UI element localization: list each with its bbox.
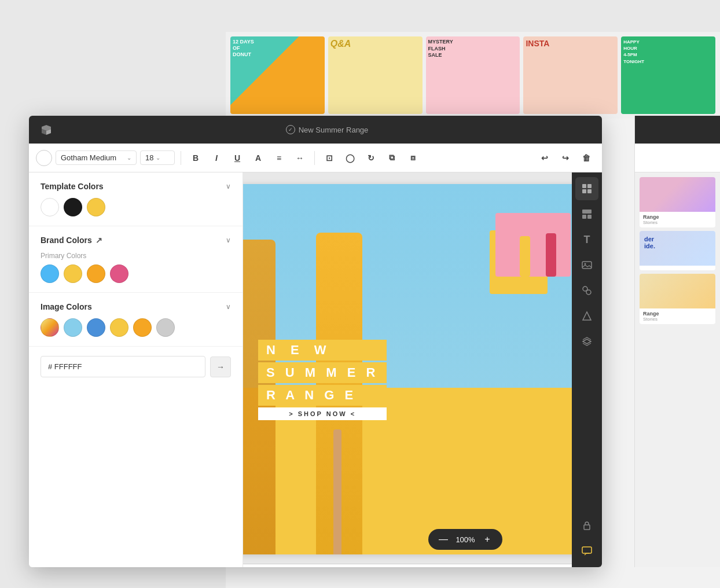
separator-1 [181,151,181,165]
swatch-white[interactable] [41,198,59,216]
thumb-insta[interactable]: INSTA [523,36,618,114]
font-name-display: Gotham Medium [61,153,116,162]
thumb-qa[interactable]: Q&A [328,36,423,114]
separator-2 [314,151,315,165]
design-canvas[interactable]: N E W S U M M E R R A N G E > SHOP NOW < [243,184,572,554]
swatch-yellow[interactable] [87,198,105,216]
panel-item-3-sub: Stories [643,317,712,322]
rs-media-button[interactable] [575,253,598,277]
color-input-area: → [29,347,243,387]
panel-item-2-thumb: deride. [640,231,715,266]
undo-button[interactable]: ↩ [536,149,553,167]
canvas-area[interactable]: N E W S U M M E R R A N G E > SHOP NOW <… [243,172,572,567]
svg-rect-0 [582,184,586,188]
rs-lock-button[interactable] [575,514,598,537]
image-colors-section: Image Colors ∨ [29,293,243,347]
font-size-selector[interactable]: 18 ⌄ [140,150,175,165]
thumb-flash[interactable]: MysteryFlashSale [426,36,520,114]
template-panel-overlay: Range Stories deride. Range Stories [634,116,720,567]
rs-layouts-button[interactable] [575,203,598,226]
rs-text-button[interactable]: T [575,228,598,251]
editor-window: ✓ New Summer Range Gotham Medium ⌄ 18 ⌄ … [29,116,602,567]
shape-button[interactable]: ◯ [341,149,359,167]
underline-button[interactable]: U [229,149,246,167]
svg-rect-4 [582,210,592,214]
svg-rect-3 [587,189,592,193]
right-sidebar: T [572,172,602,567]
frame-button[interactable]: ⊡ [321,149,338,167]
swatch-img5[interactable] [133,318,152,337]
canvas-text-summer: S U M M E R [258,362,387,383]
hex-color-input[interactable] [41,356,205,377]
swatch-img2[interactable] [64,318,82,337]
swatch-yellow2[interactable] [64,264,82,283]
svg-point-8 [585,263,586,265]
image-colors-header: Image Colors ∨ [41,302,231,311]
svg-rect-2 [582,189,586,193]
add-page-area: Add new page [243,564,572,567]
color-picker-button[interactable] [36,150,52,166]
rs-elements-button[interactable] [575,279,598,302]
overlay-topbar [635,116,720,144]
panel-item-2[interactable]: deride. [640,231,715,270]
template-strip: 12 DAYSOFDONUT Q&A MysteryFlashSale INST… [226,32,720,119]
zoom-in-button[interactable]: + [482,534,493,545]
formatting-toolbar: Gotham Medium ⌄ 18 ⌄ B I U A ≡ ↔ ⊡ ◯ ↻ ⧉… [29,144,602,172]
mini-popsicle-yellow [520,236,530,277]
svg-rect-1 [587,184,592,188]
svg-rect-7 [582,262,592,269]
text-color-button[interactable]: A [249,149,267,167]
rs-templates-button[interactable] [575,177,598,200]
redo-button[interactable]: ↪ [557,149,574,167]
zoom-out-button[interactable]: — [438,534,449,545]
add-new-page-button[interactable]: Add new page [243,564,572,567]
thumb-donut[interactable]: 12 DAYSOFDONUT [230,36,325,114]
swatch-img1[interactable] [41,318,59,337]
image-colors-title: Image Colors [41,302,92,311]
panel-item-1[interactable]: Range Stories [640,177,715,227]
swatch-pink[interactable] [110,264,128,283]
brand-colors-external-link[interactable]: ↗ [95,236,102,245]
canvas-text-shop: > SHOP NOW < [258,407,387,420]
panel-item-1-label: Range Stories [640,212,715,227]
color-panel: Template Colors ∨ Brand Colors ↗ ∨ [29,172,243,567]
rs-chat-button[interactable] [575,539,598,563]
rotate-button[interactable]: ↻ [362,149,380,167]
copy-button[interactable]: ⧈ [404,149,421,167]
layer-button[interactable]: ⧉ [383,149,401,167]
apply-color-button[interactable]: → [210,357,231,377]
template-colors-chevron[interactable]: ∨ [226,182,231,190]
swatch-blue[interactable] [41,264,59,283]
panel-item-1-thumb [640,177,715,212]
svg-rect-12 [582,547,592,553]
panel-item-3[interactable]: Range Stories [640,274,715,324]
brand-colors-chevron[interactable]: ∨ [226,236,231,244]
save-status-icon: ✓ [286,125,295,134]
font-family-selector[interactable]: Gotham Medium ⌄ [56,150,137,165]
italic-button[interactable]: I [208,149,225,167]
popsicle-stick [333,429,341,554]
swatch-img4[interactable] [110,318,128,337]
toolbar-right-actions: ↩ ↪ 🗑 [536,149,595,167]
swatch-img6[interactable] [156,318,175,337]
app-logo[interactable] [38,122,54,138]
size-chevron: ⌄ [156,155,160,161]
template-colors-title: Template Colors [41,182,104,191]
swatch-orange[interactable] [87,264,105,283]
spacing-button[interactable]: ↔ [291,149,308,167]
overlay-toolbar [635,144,720,172]
topbar: ✓ New Summer Range [29,116,602,144]
primary-colors-label: Primary Colors [41,252,231,260]
bold-button[interactable]: B [187,149,204,167]
thumb-happy[interactable]: HAPPYHOUR4-5PMTONIGHT [621,36,715,114]
align-button[interactable]: ≡ [270,149,288,167]
zoom-controls: — 100% + [428,529,502,550]
rs-shapes-button[interactable] [575,304,598,328]
panel-item-3-title: Range [643,311,712,317]
swatch-img3[interactable] [87,318,105,337]
delete-button[interactable]: 🗑 [578,149,595,167]
image-colors-chevron[interactable]: ∨ [226,303,231,311]
brand-colors-title: Brand Colors ↗ [41,236,102,245]
rs-layers-button[interactable] [575,330,598,353]
swatch-black[interactable] [64,198,82,216]
